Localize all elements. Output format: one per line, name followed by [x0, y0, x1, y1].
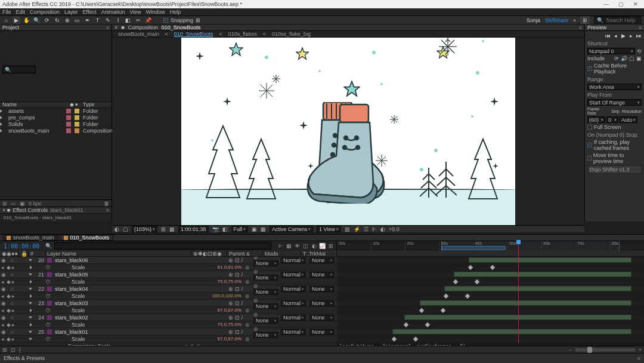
timeline-tab-0[interactable]: snowBoots_main — [2, 235, 58, 241]
keyframe-track[interactable] — [337, 336, 644, 343]
layer-bar-track[interactable] — [337, 271, 644, 278]
snapshot-icon[interactable]: 📷 — [212, 226, 219, 232]
layername-header[interactable]: Layer Name — [45, 251, 191, 256]
prop-disclosure-icon[interactable] — [30, 266, 32, 269]
magnify-icon[interactable]: ▢ — [123, 226, 128, 232]
stopwatch-icon[interactable]: ⏱ — [45, 336, 54, 342]
video-toggle-icon[interactable]: ◉ — [1, 300, 6, 306]
layer-bar-track[interactable] — [337, 328, 644, 336]
include-loop-icon[interactable]: ▣ — [636, 56, 642, 61]
menu-animation[interactable]: Animation — [101, 9, 125, 15]
dojo-shifter-button[interactable]: Dojo Shifter v1.3 — [587, 165, 642, 174]
blend-mode-select[interactable]: Normal — [281, 315, 306, 321]
disclosure-triangle-icon[interactable] — [0, 122, 2, 126]
new-folder-icon[interactable]: ▭ — [11, 201, 16, 207]
layer-disclosure-icon[interactable] — [29, 288, 32, 290]
flow-item-1[interactable]: 010_SnowBoots — [174, 31, 213, 37]
property-row[interactable]: ◂◆▸ ⏱ Scale 87.0,87.0% ⊚ — [0, 336, 337, 343]
keyframe-icon[interactable] — [444, 294, 448, 299]
timeline-icon[interactable]: ☰ — [364, 226, 369, 232]
add-keyframe-icon[interactable]: ◆ — [7, 279, 11, 285]
keyframe-nav-prev-icon[interactable]: ◂ — [1, 293, 6, 299]
keyframe-icon[interactable] — [468, 265, 473, 270]
col-type-header[interactable]: Type — [82, 101, 112, 107]
fullscreen-checkbox[interactable] — [587, 125, 592, 130]
layer-disclosure-icon[interactable] — [29, 273, 32, 276]
home-icon[interactable]: ⌂ — [2, 16, 10, 24]
property-row[interactable]: ◂◆▸ ⏱ Scale 81.0,81.0% ⊚ — [0, 264, 337, 271]
layer-label-color[interactable] — [47, 287, 52, 291]
disclosure-triangle-icon[interactable] — [0, 109, 2, 113]
workspace-name[interactable]: Skillshare — [545, 17, 568, 23]
solo-toggle-icon[interactable]: ○ — [11, 257, 14, 263]
keyframe-track[interactable] — [337, 278, 644, 285]
stopwatch-icon[interactable]: ⏱ — [45, 279, 54, 285]
keyframe-track[interactable] — [337, 307, 644, 314]
menu-composition[interactable]: Composition — [30, 9, 60, 15]
layer-bar-track[interactable] — [337, 285, 644, 293]
composition-viewer[interactable] — [112, 38, 584, 225]
layer-disclosure-icon[interactable] — [29, 331, 32, 333]
zoom-tool-icon[interactable]: 🔍 — [33, 16, 41, 24]
tag-icon[interactable]: ▾ — [75, 101, 78, 107]
cache-checkbox[interactable] — [587, 66, 592, 71]
property-value[interactable]: 100.0,100.0% — [209, 293, 245, 299]
window-close-button[interactable]: ✕ — [633, 1, 638, 7]
keyframe-nav-prev-icon[interactable]: ◂ — [1, 322, 6, 328]
resolution-select[interactable]: Full — [231, 226, 249, 232]
layer-label-color[interactable] — [47, 272, 52, 277]
interpret-icon[interactable]: ⊞ — [2, 201, 7, 207]
property-row[interactable]: ◂◆▸ ⏱ Scale 75.0,75.0% ⊚ — [0, 321, 337, 328]
property-value[interactable]: 87.0,87.0% — [209, 336, 245, 342]
menu-help[interactable]: Help — [170, 9, 181, 15]
snapping-mode-icon[interactable]: ⊞ — [196, 17, 200, 23]
grid-icon[interactable]: ⊞ — [161, 226, 166, 232]
col-name-header[interactable]: Name — [0, 101, 60, 107]
graph-editor-icon[interactable]: 📈 — [319, 243, 326, 249]
motion-blur-icon[interactable]: ◐ — [311, 243, 317, 249]
add-keyframe-icon[interactable]: ◆ — [7, 264, 11, 270]
prop-pickwhip-icon[interactable]: ⊚ — [245, 336, 273, 342]
stopwatch-icon[interactable]: ⏱ — [45, 264, 54, 270]
comp-lock-icon[interactable]: ■ — [121, 24, 124, 30]
property-row[interactable]: ◂◆▸ ⏱ Scale 100.0,100.0% ⊚ — [0, 293, 337, 300]
shy-icon[interactable]: ⊕ — [228, 315, 233, 321]
trkmat-select[interactable]: None — [309, 286, 335, 292]
time-zoom-slider[interactable] — [575, 348, 635, 352]
first-frame-icon[interactable]: ⏮ — [605, 33, 611, 39]
snapping-checkbox[interactable] — [163, 18, 168, 23]
flow-item-0[interactable]: snowBoots_main — [118, 31, 159, 37]
project-tab[interactable]: Project≡ — [0, 24, 112, 31]
effects-presets-panel[interactable]: Effects & Presets ≡ — [0, 353, 644, 363]
pickwhip-icon[interactable]: ⊚ — [253, 326, 258, 332]
stopwatch-icon[interactable]: ⏱ — [45, 293, 54, 299]
pickwhip-icon[interactable]: ⊚ — [253, 283, 258, 289]
pickwhip-icon[interactable]: ⊚ — [253, 269, 258, 275]
blend-mode-select[interactable]: Normal — [281, 300, 306, 306]
prop-disclosure-icon[interactable] — [30, 294, 32, 298]
pen-tool-icon[interactable]: ✒ — [83, 16, 91, 24]
frame-blend-icon[interactable]: ◫ — [302, 243, 309, 249]
trkmat-select[interactable]: None — [309, 272, 335, 278]
prop-disclosure-icon[interactable] — [29, 338, 32, 340]
keyframe-icon[interactable] — [404, 322, 408, 327]
layer-duration-bar[interactable] — [469, 257, 631, 263]
hide-shy-icon[interactable]: 👁 — [294, 243, 301, 249]
layer-label-color[interactable] — [47, 258, 52, 263]
roto-tool-icon[interactable]: ✂ — [134, 16, 142, 24]
prop-disclosure-icon[interactable] — [30, 309, 32, 312]
keyframe-nav-next-icon[interactable]: ▸ — [12, 307, 17, 313]
zoom-in-icon[interactable]: + — [639, 347, 642, 353]
brush-tool-icon[interactable]: ✎ — [104, 16, 112, 24]
layer-duration-bar[interactable] — [392, 329, 632, 334]
type-tool-icon[interactable]: T — [94, 16, 101, 24]
layer-disclosure-icon[interactable] — [29, 316, 32, 319]
prop-disclosure-icon[interactable] — [30, 323, 32, 327]
transparency-icon[interactable]: ▦ — [261, 226, 266, 232]
zoom-out-icon[interactable]: – — [569, 347, 572, 353]
parent-header[interactable]: Parent & Link — [227, 251, 263, 256]
panel-close-icon[interactable]: × — [114, 24, 117, 30]
eraser-tool-icon[interactable]: ◧ — [124, 16, 132, 24]
shy-icon[interactable]: ⊕ — [228, 257, 233, 263]
project-item[interactable]: assetsFolder — [0, 108, 112, 115]
